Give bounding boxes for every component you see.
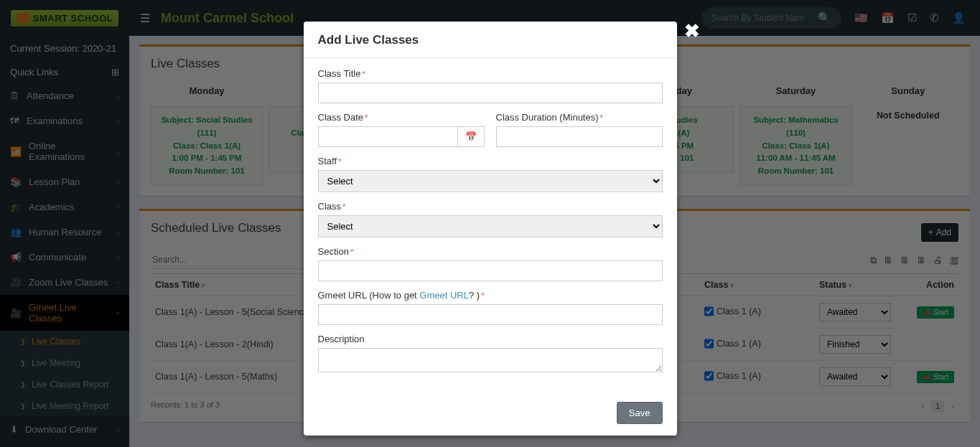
- gmeet-url-input[interactable]: [318, 304, 663, 325]
- gmeet-help-link[interactable]: Gmeet URL: [419, 290, 469, 301]
- class-title-label: Class Title*: [318, 68, 663, 79]
- close-icon[interactable]: ✖: [684, 22, 700, 40]
- class-date-input[interactable]: [318, 126, 457, 147]
- class-select[interactable]: Select: [318, 215, 663, 237]
- section-input[interactable]: [318, 260, 663, 281]
- staff-select[interactable]: Select: [318, 170, 663, 192]
- duration-input[interactable]: [496, 126, 663, 147]
- class-label: Class*: [318, 201, 663, 212]
- save-button[interactable]: Save: [617, 402, 663, 424]
- add-live-class-modal: ✖ Add Live Classes Class Title* Class Da…: [304, 22, 677, 436]
- description-label: Description: [318, 334, 663, 344]
- class-date-label: Class Date*: [318, 112, 485, 123]
- modal-title: Add Live Classes: [304, 22, 677, 58]
- gmeet-url-label: Gmeet URL (How to get Gmeet URL? )*: [318, 290, 663, 301]
- duration-label: Class Duration (Minutes)*: [496, 112, 663, 123]
- calendar-icon[interactable]: 📅: [457, 126, 485, 147]
- section-label: Section*: [318, 246, 663, 257]
- staff-label: Staff*: [318, 156, 663, 166]
- class-title-input[interactable]: [318, 83, 663, 103]
- description-input[interactable]: [318, 348, 663, 372]
